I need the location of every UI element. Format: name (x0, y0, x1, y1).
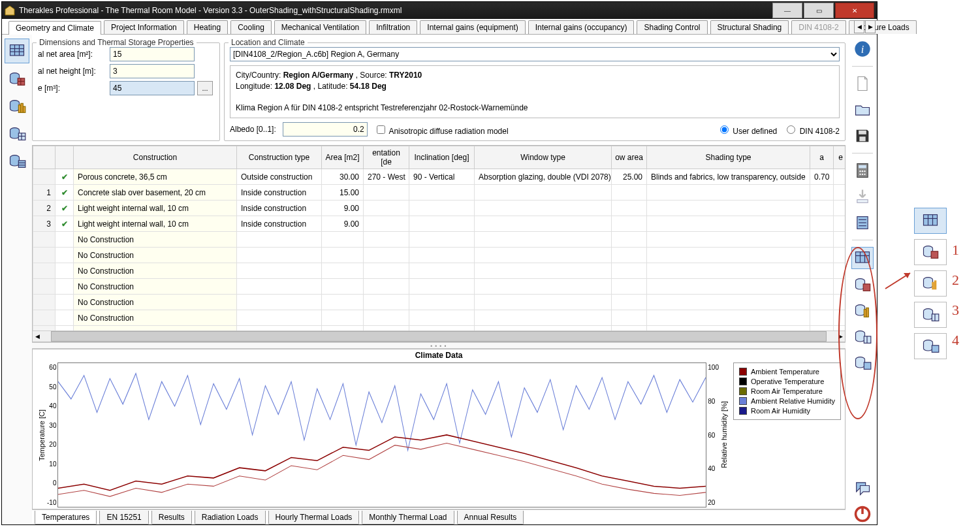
close-button[interactable]: ✕ (835, 3, 874, 18)
tab-infiltration[interactable]: Infiltration (369, 20, 417, 34)
bottom-tab-en-15251[interactable]: EN 15251 (99, 511, 148, 524)
volume-more-button[interactable]: ... (197, 81, 213, 95)
info-icon[interactable]: i (852, 39, 873, 59)
radio-user-defined[interactable]: User defined (717, 123, 777, 136)
volume-input[interactable] (110, 81, 195, 95)
tab-scroll[interactable]: ◀▶ (853, 20, 876, 33)
table-row[interactable]: No Construction (33, 295, 846, 310)
callout-wall-icon[interactable] (914, 239, 947, 265)
table-row[interactable]: No Construction (33, 279, 846, 295)
net-area-input[interactable] (110, 47, 195, 61)
bottom-tabstrip: TemperaturesEN 15251ResultsRadiation Loa… (32, 509, 846, 524)
col-header[interactable]: Construction (74, 146, 237, 169)
db-coins-icon[interactable] (5, 95, 29, 118)
tab-din-4108-2[interactable]: DIN 4108-2 (791, 20, 846, 34)
svg-rect-34 (857, 200, 868, 203)
chat-icon[interactable] (852, 477, 873, 498)
maximize-button[interactable]: ▭ (804, 3, 834, 18)
volume-label: e [m³]: (38, 84, 107, 93)
callout-num-3: 3 (952, 302, 959, 319)
db-wall-icon[interactable] (5, 67, 29, 91)
col-header[interactable]: e (834, 146, 846, 169)
col-header[interactable]: Inclination [deg] (409, 146, 475, 169)
net-height-input[interactable] (110, 64, 195, 78)
bottom-tab-monthly-thermal-load[interactable]: Monthly Thermal Load (362, 511, 454, 524)
albedo-input[interactable] (283, 122, 368, 137)
legend-item: Room Air Temperature (739, 387, 835, 395)
col-header[interactable]: entation [de (364, 146, 409, 169)
table-row[interactable]: No Construction (33, 310, 846, 326)
title-bar[interactable]: Therakles Professional - The Thermal Roo… (2, 2, 877, 19)
tab-structural-shading[interactable]: Structural Shading (710, 20, 789, 34)
tab-internal-gains-equipment-[interactable]: Internal gains (equipment) (420, 20, 525, 34)
tab-heating[interactable]: Heating (187, 20, 228, 34)
col-header[interactable] (33, 146, 55, 169)
callout-num-1: 1 (952, 242, 959, 259)
chart-canvas[interactable] (57, 362, 706, 507)
legend-item: Ambient Temperature (739, 368, 835, 376)
col-header[interactable]: Area [m2] (322, 146, 364, 169)
col-header[interactable]: a (810, 146, 834, 169)
svg-rect-64 (932, 282, 934, 290)
power-icon[interactable] (852, 504, 873, 524)
svg-rect-67 (932, 314, 939, 321)
bottom-tab-results[interactable]: Results (151, 511, 192, 524)
col-header[interactable]: Construction type (237, 146, 322, 169)
col-header[interactable]: ow area (612, 146, 647, 169)
calculator-icon[interactable] (852, 160, 873, 181)
aniso-checkbox[interactable]: Anisotropic diffuse radiation model (374, 123, 509, 136)
col-header[interactable]: Window type (475, 146, 612, 169)
chart-legend: Ambient TemperatureOperative Temperature… (733, 362, 841, 420)
download-icon[interactable] (852, 186, 873, 207)
construction-table[interactable]: ConstructionConstruction typeArea [m2]en… (32, 145, 846, 342)
callout-window-icon[interactable] (914, 302, 947, 328)
db-window-icon[interactable] (5, 122, 29, 146)
col-header[interactable] (55, 146, 74, 169)
bottom-tab-temperatures[interactable]: Temperatures (35, 511, 97, 524)
callout-coins-icon[interactable] (914, 270, 947, 297)
db-coins-right-icon[interactable] (852, 300, 873, 321)
table-row[interactable]: ✔Porous concrete, 36,5 cmOutside constru… (33, 169, 846, 185)
tab-project-information[interactable]: Project Information (104, 20, 184, 34)
svg-rect-1 (10, 45, 24, 56)
climate-file-combo[interactable]: [DIN4108_2/Region_A.c6b] Region A, Germa… (230, 47, 840, 61)
table-row[interactable]: No Construction (33, 232, 846, 248)
db-wall-right-icon[interactable] (852, 274, 873, 295)
open-file-icon[interactable] (852, 99, 873, 120)
minimize-button[interactable]: — (772, 3, 802, 18)
new-file-icon[interactable] (852, 73, 873, 94)
lon-label: Longitude: (236, 82, 272, 91)
callout-grid-icon[interactable] (914, 208, 947, 234)
db-table-icon[interactable] (5, 150, 29, 173)
top-tabstrip: Geometry and ClimateProject InformationH… (2, 19, 877, 35)
tab-shading-control[interactable]: Shading Control (637, 20, 707, 34)
table-hscroll[interactable]: ◀▶ (33, 330, 845, 342)
save-icon[interactable] (852, 125, 873, 146)
grid-view-right-icon[interactable] (851, 247, 874, 269)
bottom-tab-radiation-loads[interactable]: Radiation Loads (195, 511, 266, 524)
legend-item: Operative Temperature (739, 378, 835, 385)
svg-line-55 (885, 273, 910, 289)
col-header[interactable]: Shading type (647, 146, 810, 169)
right-toolbar: i (848, 35, 877, 524)
bottom-tab-annual-results[interactable]: Annual Results (457, 511, 524, 524)
tab-cooling[interactable]: Cooling (230, 20, 272, 34)
table-row[interactable]: No Construction (33, 326, 846, 331)
tab-geometry-and-climate[interactable]: Geometry and Climate (8, 21, 101, 35)
splitter-handle[interactable]: ▪ ▪ ▪ ▪ (32, 342, 846, 349)
grid-view-icon[interactable] (5, 39, 29, 63)
callout-table-icon[interactable] (914, 333, 947, 359)
radio-din4108[interactable]: DIN 4108-2 (783, 123, 840, 136)
table-row[interactable]: 2✔Light weight internal wall, 10 cmInsid… (33, 201, 846, 216)
db-table-right-icon[interactable] (852, 353, 873, 374)
table-row[interactable]: 1✔Concrete slab over basement, 20 cmInsi… (33, 185, 846, 201)
net-area-label: al net area [m²]: (38, 50, 107, 59)
tab-internal-gains-occupancy-[interactable]: Internal gains (occupancy) (528, 20, 635, 34)
bottom-tab-hourly-thermal-loads[interactable]: Hourly Thermal Loads (268, 511, 360, 524)
table-row[interactable]: 3✔Light weight internal wall, 10 cmInsid… (33, 216, 846, 232)
report-icon[interactable] (852, 212, 873, 233)
table-row[interactable]: No Construction (33, 263, 846, 279)
table-row[interactable]: No Construction (33, 248, 846, 263)
tab-mechanical-ventilation[interactable]: Mechanical Ventilation (274, 20, 366, 34)
db-window-right-icon[interactable] (852, 327, 873, 347)
